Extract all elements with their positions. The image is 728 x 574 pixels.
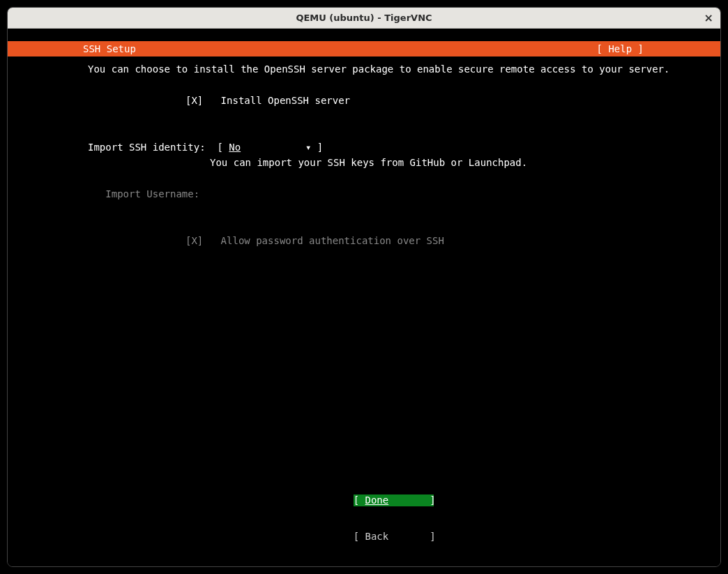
install-openssh-row: [X] Install OpenSSH server (8, 93, 720, 108)
import-identity-row: Import SSH identity: [ No ▾ ] (8, 139, 720, 155)
import-identity-label: Import SSH identity: (88, 142, 206, 153)
allow-password-checkbox[interactable]: [X] (185, 235, 203, 246)
page-header: SSH Setup [ Help ] (8, 41, 720, 56)
back-button[interactable]: [ Back ] (354, 531, 434, 543)
close-icon[interactable]: × (704, 13, 713, 24)
import-identity-dropdown[interactable]: [ No ▾ ] (217, 142, 323, 153)
install-openssh-checkbox[interactable]: [X] (185, 95, 203, 106)
import-identity-hint-row: You can import your SSH keys from GitHub… (8, 155, 720, 170)
titlebar[interactable]: QEMU (ubuntu) - TigerVNC × (8, 8, 720, 29)
app-area: SSH Setup [ Help ] You can choose to ins… (8, 29, 720, 566)
spacer-line (8, 124, 720, 139)
allow-password-row: [X] Allow password authentication over S… (8, 233, 720, 248)
spacer-line (8, 77, 720, 92)
import-username-label: Import Username: (105, 188, 199, 199)
footer-buttons: [ Done ] [ Back ] (8, 482, 720, 555)
import-identity-hint: You can import your SSH keys from GitHub… (210, 157, 527, 168)
help-button[interactable]: [ Help ] (597, 43, 644, 54)
spacer-line (8, 108, 720, 123)
spacer-line (8, 218, 720, 233)
spacer-line (8, 202, 720, 218)
page-title: SSH Setup (83, 43, 136, 54)
install-openssh-label: Install OpenSSH server (221, 95, 350, 106)
content-area: You can choose to install the OpenSSH se… (8, 56, 720, 566)
done-button[interactable]: [ Done ] (354, 494, 434, 507)
spacer (8, 29, 720, 41)
window-frame: QEMU (ubuntu) - TigerVNC × SSH Setup [ H… (7, 7, 721, 567)
spacer-line (8, 171, 720, 186)
import-username-row: Import Username: (8, 186, 720, 202)
intro-text: You can choose to install the OpenSSH se… (8, 61, 720, 77)
window-title: QEMU (ubuntu) - TigerVNC (296, 13, 432, 23)
allow-password-label: Allow password authentication over SSH (221, 235, 444, 246)
